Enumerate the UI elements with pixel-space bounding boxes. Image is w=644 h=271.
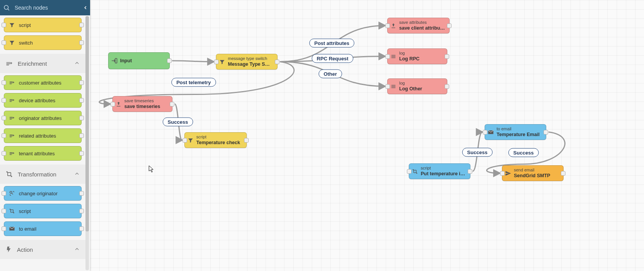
palette-item-label: related attributes <box>19 133 56 139</box>
input-port[interactable] <box>214 60 219 64</box>
node-chip[interactable]: customer attributes <box>4 75 82 90</box>
input-port <box>2 80 6 85</box>
palette-item-label: change originator <box>19 191 57 196</box>
node-type-label: save timeseries <box>124 98 160 103</box>
flow-node-sendemail[interactable]: send emailSendGrid SMTP <box>502 165 564 181</box>
node-chip[interactable]: change originator <box>4 186 82 201</box>
node-palette-sidebar: scriptswitch Enrichment customer attribu… <box>0 0 90 271</box>
flow-canvas[interactable]: Inputmessage type switchMessage Type Swi… <box>90 0 644 271</box>
flow-node-logother[interactable]: logLog Other <box>387 78 447 94</box>
filter-icon <box>9 22 15 28</box>
output-port[interactable] <box>244 138 249 143</box>
crop-rotate-icon <box>5 170 13 178</box>
input-port[interactable] <box>385 23 390 28</box>
palette-item-script[interactable]: script <box>4 204 82 218</box>
flow-node-input[interactable]: Input <box>108 52 170 69</box>
node-type-label: send email <box>514 168 550 173</box>
flow-node-toemail[interactable]: to emailTemperature Email <box>485 124 546 140</box>
sidebar-scroll[interactable]: scriptswitch Enrichment customer attribu… <box>0 15 90 271</box>
flow-edge[interactable] <box>172 61 214 62</box>
node-name-label: Temperature check <box>196 140 240 146</box>
section-header-transformation[interactable]: Transformation <box>0 165 85 184</box>
palette-item-tenant-attributes[interactable]: tenant attributes <box>4 146 82 161</box>
output-port[interactable] <box>167 58 172 63</box>
node-chip[interactable]: script <box>4 18 82 32</box>
node-body: save timeseriessave timeseries <box>124 96 164 111</box>
playlist-add-icon <box>5 60 13 67</box>
edge-label[interactable]: Success <box>462 148 493 157</box>
output-port <box>79 40 84 45</box>
palette-item-customer-attributes[interactable]: customer attributes <box>4 75 82 90</box>
flow-node-mts[interactable]: message type switchMessage Type Switch <box>216 54 278 70</box>
palette-item-label: switch <box>19 40 33 46</box>
output-port[interactable] <box>468 169 472 174</box>
section-title: Transformation <box>18 171 56 178</box>
edge-label[interactable]: Post attributes <box>309 39 354 48</box>
node-type-label: log <box>399 51 420 56</box>
palette-item-device-attributes[interactable]: device attributes <box>4 93 82 108</box>
output-port[interactable] <box>170 102 174 106</box>
node-body: save attributessave client attributes <box>399 18 449 33</box>
node-chip[interactable]: switch <box>4 35 82 50</box>
input-port <box>2 226 6 231</box>
palette-item-originator-attributes[interactable]: originator attributes <box>4 111 82 125</box>
node-type-label: message type switch <box>228 56 273 61</box>
output-port[interactable] <box>275 60 279 64</box>
sidebar-header <box>0 0 90 15</box>
input-port[interactable] <box>182 138 187 143</box>
edge-label[interactable]: Other <box>319 70 342 78</box>
playlist-add-icon <box>9 133 15 139</box>
node-chip[interactable]: script <box>4 204 82 218</box>
flow-node-puttemp[interactable]: scriptPut temperature in m... <box>409 163 470 179</box>
section-header-action[interactable]: Action <box>0 240 85 259</box>
node-chip[interactable]: device attributes <box>4 93 82 108</box>
output-port <box>79 116 84 120</box>
flow-node-saveattr[interactable]: save attributessave client attributes <box>387 18 450 33</box>
input-port <box>2 98 6 103</box>
svg-line-1 <box>8 9 9 10</box>
palette-item-to-email[interactable]: to email <box>4 221 82 236</box>
flow-node-tempcheck[interactable]: scriptTemperature check <box>184 132 247 148</box>
edge-label[interactable]: Success <box>509 148 539 157</box>
edge-label[interactable]: RPC Request <box>312 54 353 63</box>
palette-item-related-attributes[interactable]: related attributes <box>4 128 82 143</box>
svg-point-0 <box>4 5 8 10</box>
palette-item-label: script <box>19 208 31 214</box>
edge-label[interactable]: Post telemetry <box>171 78 216 87</box>
input-port[interactable] <box>500 171 505 176</box>
palette-item-switch[interactable]: switch <box>4 35 82 50</box>
search-input[interactable] <box>14 4 83 11</box>
input-port[interactable] <box>385 84 390 89</box>
palette-item-change-originator[interactable]: change originator <box>4 186 82 201</box>
sidebar-body: scriptswitch Enrichment customer attribu… <box>0 15 90 271</box>
collapse-sidebar-button[interactable] <box>83 4 88 12</box>
node-name-label: save client attributes <box>399 25 445 31</box>
section-header-enrichment[interactable]: Enrichment <box>0 54 85 73</box>
node-chip[interactable]: tenant attributes <box>4 146 82 161</box>
input-port[interactable] <box>385 54 390 59</box>
sidebar-scroll-thumb[interactable] <box>85 16 89 231</box>
output-port[interactable] <box>561 171 565 176</box>
sidebar-scrollbar[interactable] <box>85 16 89 270</box>
input-port <box>2 191 6 196</box>
node-chip[interactable]: to email <box>4 221 82 236</box>
node-chip[interactable]: related attributes <box>4 128 82 143</box>
palette-item-label: tenant attributes <box>19 151 55 156</box>
output-port[interactable] <box>445 84 449 89</box>
section-title: Action <box>17 246 33 253</box>
palette-item-script[interactable]: script <box>4 18 82 32</box>
output-port[interactable] <box>445 54 449 59</box>
input-port[interactable] <box>407 169 411 174</box>
node-body: message type switchMessage Type Switch <box>228 54 277 69</box>
node-body: to emailTemperature Email <box>497 124 544 140</box>
node-chip[interactable]: originator attributes <box>4 111 82 125</box>
flow-node-logrpc[interactable]: logLog RPC <box>387 48 447 64</box>
output-port[interactable] <box>447 23 452 28</box>
chevron-up-icon <box>74 246 80 253</box>
edge-label[interactable]: Success <box>163 118 193 126</box>
palette-item-label: customer attributes <box>19 80 62 86</box>
output-port[interactable] <box>544 130 548 135</box>
input-port[interactable] <box>110 102 115 106</box>
input-port[interactable] <box>483 130 487 135</box>
flow-node-savets[interactable]: save timeseriessave timeseries <box>112 96 172 112</box>
